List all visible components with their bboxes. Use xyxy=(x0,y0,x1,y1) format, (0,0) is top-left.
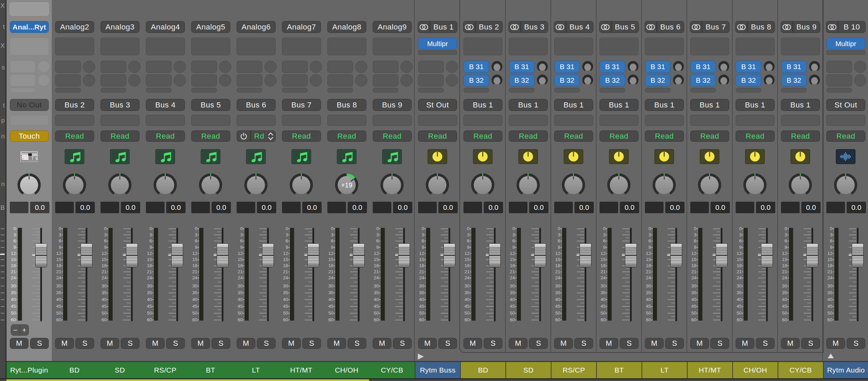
svg-text:+19: +19 xyxy=(341,181,352,189)
